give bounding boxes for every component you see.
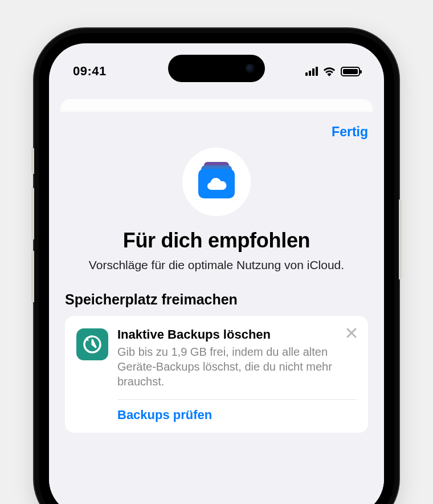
cellular-signal-icon	[305, 67, 318, 76]
volume-up-button	[31, 188, 34, 239]
done-button[interactable]: Fertig	[332, 124, 368, 140]
recommendation-card: Inaktive Backups löschen Gib bis zu 1,9 …	[65, 316, 368, 433]
screen: 09:41	[49, 43, 384, 504]
phone-frame: 09:41	[34, 29, 399, 504]
card-description: Gib bis zu 1,9 GB frei, indem du alle al…	[117, 344, 345, 389]
close-icon	[345, 327, 358, 339]
hero-icon	[65, 148, 368, 216]
status-time: 09:41	[73, 64, 107, 79]
section-heading: Speicherplatz freimachen	[65, 291, 368, 308]
dismiss-button[interactable]	[344, 326, 359, 341]
page-title: Für dich empfohlen	[65, 229, 368, 253]
power-button	[399, 200, 402, 279]
card-title: Inaktive Backups löschen	[117, 327, 345, 342]
volume-down-button	[31, 251, 34, 302]
wifi-icon	[322, 66, 336, 76]
backup-restore-icon	[76, 328, 108, 360]
front-camera-icon	[246, 64, 255, 73]
battery-icon	[341, 67, 360, 76]
icloud-folder-icon	[198, 165, 235, 198]
review-backups-button[interactable]: Backups prüfen	[117, 408, 357, 422]
dynamic-island	[168, 55, 265, 82]
recommendations-sheet: Fertig	[49, 112, 384, 504]
svg-marker-2	[92, 340, 96, 347]
side-button	[31, 148, 34, 174]
divider	[117, 399, 357, 400]
page-subtitle: Vorschläge für die optimale Nutzung von …	[65, 257, 368, 273]
